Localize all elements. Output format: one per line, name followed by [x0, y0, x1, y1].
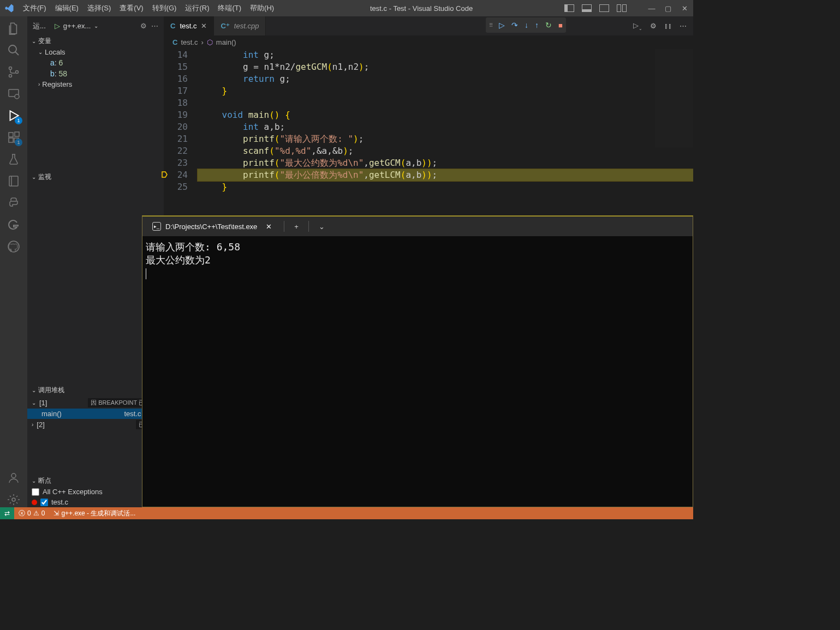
panel-right-icon[interactable] [599, 4, 609, 12]
tab-test-c[interactable]: C test.c ✕ [164, 16, 214, 35]
checkbox[interactable] [32, 488, 39, 496]
breakpoint-dot-icon [32, 500, 37, 505]
python-icon[interactable] [6, 195, 21, 211]
play-icon: ▷ [55, 22, 60, 30]
menu-help[interactable]: 帮助(H) [246, 1, 278, 15]
tab-row: C test.c ✕ C⁺ test.cpp ▷⌄ ⚙ ⫿⫿ ⋯ ⠿ ▷ ↷ ↓… [164, 16, 693, 35]
section-variables[interactable]: ⌄变量 [27, 35, 164, 47]
ext-badge: 1 [15, 139, 22, 146]
svg-point-10 [9, 75, 12, 77]
symbol-icon: ⬡ [207, 38, 213, 46]
svg-point-13 [15, 94, 19, 99]
split-icon[interactable]: ⫿⫿ [664, 22, 672, 30]
statusbar: ⇄ ⓧ0 ⚠0 ⇲ g++.exe - 生成和调试活... [0, 507, 693, 519]
svg-rect-3 [582, 9, 591, 11]
menu-bar: 文件(F) 编辑(E) 选择(S) 查看(V) 转到(G) 运行(R) 终端(T… [19, 1, 278, 15]
remote-icon[interactable] [6, 86, 21, 101]
svg-rect-14 [9, 133, 13, 137]
remote-indicator[interactable]: ⇄ [0, 507, 14, 519]
svg-rect-5 [617, 5, 621, 12]
breadcrumb[interactable]: C test.c › ⬡ main() [164, 35, 693, 49]
problems-indicator[interactable]: ⓧ0 ⚠0 [14, 507, 49, 519]
svg-point-11 [16, 71, 19, 74]
launch-config-name: g++.ex... [63, 22, 91, 30]
menu-selection[interactable]: 选择(S) [83, 1, 115, 15]
titlebar: 文件(F) 编辑(E) 选择(S) 查看(V) 转到(G) 运行(R) 终端(T… [0, 0, 693, 16]
extensions-icon[interactable]: 1 [6, 130, 21, 145]
more-icon[interactable]: ⋯ [151, 22, 158, 30]
gear-icon[interactable]: ⚙ [140, 22, 147, 30]
menu-view[interactable]: 查看(V) [115, 1, 147, 15]
g-icon[interactable] [6, 217, 21, 232]
explorer-icon[interactable] [6, 21, 21, 36]
terminal-output[interactable]: 请输入两个数: 6,58 最大公约数为2 [142, 236, 693, 507]
variable-row[interactable]: b: 58 [34, 68, 164, 79]
svg-rect-17 [15, 132, 19, 136]
restart-icon[interactable]: ↻ [545, 21, 552, 29]
menu-terminal[interactable]: 终端(T) [213, 1, 246, 15]
cmd-icon: ▸_ [152, 222, 161, 231]
continue-icon[interactable]: ▷ [499, 21, 505, 29]
source-control-icon[interactable] [6, 64, 21, 80]
terminal-tab[interactable]: ▸_ D:\Projects\C++\Test\test.exe ✕ [147, 220, 277, 233]
chevron-down-icon: ⌄ [94, 23, 98, 29]
menu-run[interactable]: 运行(R) [181, 1, 213, 15]
svg-rect-15 [9, 138, 13, 142]
variable-row[interactable]: a: 6 [34, 57, 164, 68]
stop-icon[interactable]: ■ [558, 21, 563, 29]
svg-rect-6 [623, 5, 627, 12]
settings-icon[interactable] [6, 492, 21, 507]
new-tab-icon[interactable]: + [291, 223, 302, 231]
search-icon[interactable] [6, 43, 21, 58]
minimize-icon[interactable]: — [647, 4, 656, 13]
gear-icon[interactable]: ⚙ [650, 22, 657, 30]
panel-bottom-icon[interactable] [582, 4, 592, 12]
svg-rect-4 [600, 5, 609, 12]
panel-left-icon[interactable] [564, 4, 574, 12]
terminal-window: ▸_ D:\Projects\C++\Test\test.exe ✕ + ⌄ 请… [142, 215, 693, 507]
c-file-icon: C [170, 22, 175, 30]
debug-status[interactable]: ⇲ g++.exe - 生成和调试活... [49, 507, 140, 519]
svg-line-8 [15, 52, 19, 55]
step-out-icon[interactable]: ↑ [535, 21, 539, 29]
svg-point-21 [11, 473, 16, 478]
run-label: 运... [33, 21, 46, 31]
c-file-icon: C [172, 38, 177, 46]
minimap[interactable] [655, 49, 693, 147]
step-into-icon[interactable]: ↓ [525, 21, 528, 29]
grip-icon[interactable]: ⠿ [489, 22, 492, 28]
menu-file[interactable]: 文件(F) [19, 1, 51, 15]
tab-test-cpp[interactable]: C⁺ test.cpp [214, 16, 266, 35]
vscode-icon [4, 3, 14, 13]
svg-rect-18 [9, 176, 18, 186]
menu-go[interactable]: 转到(G) [148, 1, 181, 15]
more-icon[interactable]: ⋯ [680, 22, 687, 30]
step-over-icon[interactable]: ↷ [511, 21, 518, 29]
close-icon[interactable]: ✕ [266, 223, 272, 231]
run-debug-icon[interactable]: 1 [6, 108, 21, 123]
breakpoint-marker-icon[interactable] [160, 171, 168, 178]
svg-rect-1 [565, 5, 568, 11]
svg-point-22 [12, 498, 15, 501]
window-controls: — ▢ ✕ [564, 4, 689, 13]
close-icon[interactable]: ✕ [201, 22, 207, 30]
launch-config-select[interactable]: ▷ g++.ex... ⌄ [50, 20, 103, 32]
registers-node[interactable]: ›Registers [34, 79, 164, 89]
layout-icon[interactable] [617, 4, 627, 12]
maximize-icon[interactable]: ▢ [664, 4, 672, 13]
menu-edit[interactable]: 编辑(E) [51, 1, 83, 15]
locals-node[interactable]: ⌄Locals [34, 47, 164, 57]
checkbox[interactable] [40, 499, 48, 506]
section-watch[interactable]: ⌄监视 [27, 171, 164, 183]
debug-badge: 1 [15, 117, 22, 124]
book-icon[interactable] [6, 173, 21, 189]
account-icon[interactable] [6, 470, 21, 485]
github-icon[interactable] [6, 239, 21, 254]
close-icon[interactable]: ✕ [680, 4, 689, 13]
window-title: test.c - Test - Visual Studio Code [278, 4, 564, 13]
run-icon[interactable]: ▷⌄ [633, 21, 642, 31]
debug-toolbar[interactable]: ⠿ ▷ ↷ ↓ ↑ ↻ ■ [486, 17, 566, 33]
chevron-down-icon[interactable]: ⌄ [315, 223, 328, 231]
svg-point-7 [9, 45, 16, 53]
flask-icon[interactable] [6, 152, 21, 167]
